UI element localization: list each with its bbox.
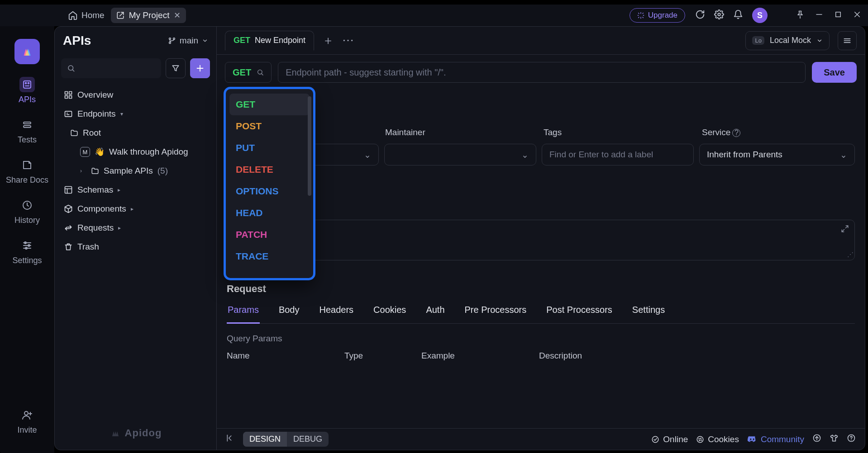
tree-walkthrough[interactable]: M 👋 Walk through Apidog bbox=[55, 142, 216, 161]
tags-input[interactable]: Find or Enter to add a label bbox=[542, 144, 694, 165]
tags-label: Tags bbox=[544, 127, 701, 137]
save-button[interactable]: Save bbox=[812, 62, 857, 83]
endpoint-name-placeholder[interactable]: …oint bbox=[227, 89, 855, 127]
close-tab-icon[interactable]: ✕ bbox=[174, 10, 181, 20]
svg-point-6 bbox=[25, 83, 27, 84]
service-select[interactable]: Inherit from Parents ⌄ bbox=[699, 144, 855, 165]
tshirt-icon[interactable] bbox=[830, 434, 839, 445]
history-icon bbox=[22, 200, 33, 211]
plus-icon bbox=[195, 63, 205, 73]
pin-icon[interactable] bbox=[796, 10, 805, 21]
tree-requests[interactable]: Requests ▸ bbox=[55, 218, 216, 237]
request-tab-body[interactable]: Body bbox=[278, 305, 300, 323]
footer: DESIGN DEBUG Online Cookies Communit bbox=[217, 428, 865, 450]
trash-icon bbox=[64, 242, 73, 251]
tree: Overview Endpoints ▾ Root M 👋 Walk bbox=[55, 84, 216, 419]
home-link[interactable]: Home bbox=[68, 10, 105, 20]
window-maximize-icon[interactable] bbox=[834, 10, 843, 21]
request-tab-params[interactable]: Params bbox=[227, 305, 260, 324]
new-tab-button[interactable]: ＋ bbox=[322, 33, 334, 48]
file-tab-method: GET bbox=[234, 36, 250, 45]
footer-community[interactable]: Community bbox=[747, 434, 804, 444]
request-tab-pre-processors[interactable]: Pre Processors bbox=[464, 305, 528, 323]
tabbar: GET New Endpoint ＋ ⋯ Lo Local Mock bbox=[217, 27, 865, 55]
rail-item-tests[interactable]: Tests bbox=[18, 117, 37, 145]
share-docs-icon bbox=[22, 160, 33, 170]
request-tab-auth[interactable]: Auth bbox=[425, 305, 445, 323]
method-option-get[interactable]: GET bbox=[229, 94, 310, 115]
request-tab-cookies[interactable]: Cookies bbox=[372, 305, 407, 323]
svg-rect-26 bbox=[65, 96, 68, 99]
rail-item-invite[interactable]: Invite bbox=[17, 407, 37, 435]
method-option-head[interactable]: HEAD bbox=[229, 202, 310, 224]
tree-overview[interactable]: Overview bbox=[55, 85, 216, 104]
request-tab-headers[interactable]: Headers bbox=[319, 305, 355, 323]
file-tab[interactable]: GET New Endpoint bbox=[225, 31, 314, 51]
branch-picker[interactable]: main bbox=[168, 36, 208, 46]
panel-menu-button[interactable] bbox=[838, 31, 857, 50]
svg-point-14 bbox=[24, 411, 28, 415]
avatar[interactable]: S bbox=[752, 8, 768, 23]
dropdown-scrollbar[interactable] bbox=[308, 96, 311, 196]
tab-more-button[interactable]: ⋯ bbox=[342, 33, 354, 47]
tree-endpoints[interactable]: Endpoints ▾ bbox=[55, 104, 216, 123]
sidebar-search[interactable] bbox=[61, 58, 161, 78]
request-tab-post-processors[interactable]: Post Processors bbox=[545, 305, 613, 323]
window-minimize-icon[interactable] bbox=[815, 10, 824, 21]
caret-right-icon: ▸ bbox=[118, 225, 124, 231]
description-box[interactable]: …own ⋰ bbox=[227, 220, 855, 260]
upload-icon[interactable] bbox=[812, 434, 821, 445]
home-label: Home bbox=[81, 10, 105, 20]
tree-root[interactable]: Root bbox=[55, 123, 216, 142]
git-branch-icon bbox=[168, 37, 176, 45]
tree-schemas[interactable]: Schemas ▸ bbox=[55, 180, 216, 199]
tree-label: Components bbox=[77, 204, 126, 214]
request-tab-settings[interactable]: Settings bbox=[631, 305, 666, 323]
method-option-post[interactable]: POST bbox=[229, 115, 310, 137]
tree-label: Requests bbox=[77, 223, 114, 233]
environment-picker[interactable]: Lo Local Mock bbox=[745, 31, 830, 50]
footer-cookies[interactable]: Cookies bbox=[696, 434, 739, 444]
footer-online[interactable]: Online bbox=[651, 434, 688, 444]
rail-item-settings[interactable]: Settings bbox=[12, 238, 42, 265]
filter-button[interactable] bbox=[166, 58, 186, 78]
mode-segment[interactable]: DESIGN DEBUG bbox=[243, 432, 329, 447]
svg-rect-24 bbox=[65, 92, 68, 94]
window-close-icon[interactable] bbox=[853, 10, 862, 21]
collapse-panel-icon[interactable] bbox=[226, 434, 235, 445]
info-icon[interactable]: ? bbox=[732, 129, 740, 137]
app-logo[interactable] bbox=[14, 39, 40, 64]
service-value: Inherit from Parents bbox=[707, 150, 782, 160]
mode-debug[interactable]: DEBUG bbox=[287, 432, 329, 447]
method-option-options[interactable]: OPTIONS bbox=[229, 180, 310, 202]
bell-icon[interactable] bbox=[733, 9, 742, 22]
method-option-patch[interactable]: PATCH bbox=[229, 224, 310, 245]
rail-item-apis[interactable]: APIs bbox=[19, 77, 36, 104]
col-example: Example bbox=[421, 351, 539, 361]
refresh-icon[interactable] bbox=[695, 9, 704, 22]
method-select[interactable]: GET bbox=[225, 62, 272, 83]
path-input[interactable] bbox=[278, 62, 806, 83]
rail-item-share-docs[interactable]: Share Docs bbox=[6, 157, 48, 185]
method-option-trace[interactable]: TRACE bbox=[229, 245, 310, 267]
add-button[interactable] bbox=[190, 58, 210, 78]
upgrade-button[interactable]: Upgrade bbox=[630, 8, 685, 23]
expand-icon[interactable] bbox=[841, 225, 849, 235]
tree-trash[interactable]: Trash bbox=[55, 237, 216, 256]
project-tab[interactable]: My Project ✕ bbox=[111, 8, 186, 23]
method-option-put[interactable]: PUT bbox=[229, 137, 310, 159]
markdown-badge-icon: M bbox=[80, 147, 90, 157]
chevron-down-icon: ⌄ bbox=[840, 150, 847, 160]
svg-line-36 bbox=[842, 230, 844, 232]
resize-grip-icon[interactable]: ⋰ bbox=[847, 251, 852, 258]
tree-components[interactable]: Components ▸ bbox=[55, 199, 216, 218]
mode-design[interactable]: DESIGN bbox=[243, 432, 287, 447]
method-option-delete[interactable]: DELETE bbox=[229, 159, 310, 180]
gear-icon[interactable] bbox=[714, 9, 723, 22]
rail-item-history[interactable]: History bbox=[14, 198, 40, 225]
maintainer-select[interactable]: ⌄ bbox=[384, 144, 536, 165]
menu-icon bbox=[843, 36, 852, 45]
svg-rect-2 bbox=[836, 12, 841, 17]
help-icon[interactable] bbox=[847, 434, 856, 445]
tree-sample-apis[interactable]: › Sample APIs (5) bbox=[55, 161, 216, 180]
